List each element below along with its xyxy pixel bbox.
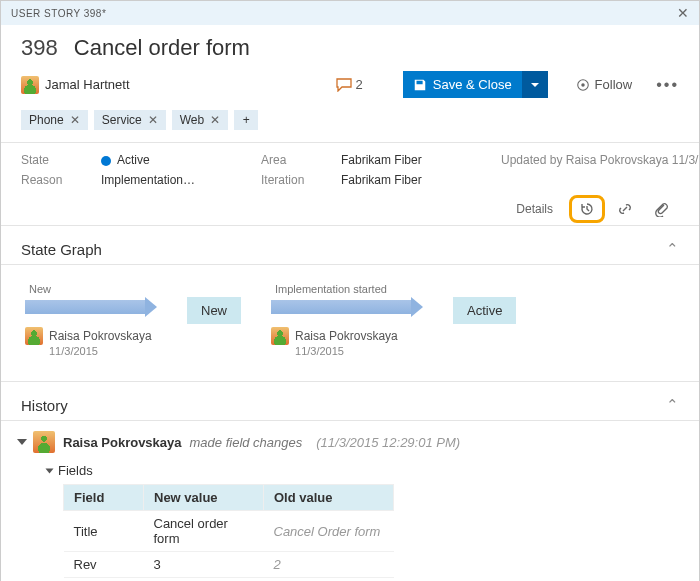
assignee-name: Jamal Hartnett <box>45 77 130 92</box>
reason-label: Reason <box>21 173 91 187</box>
state-graph-header: State Graph ⌃ <box>1 226 699 265</box>
table-row: Title Cancel order form Cancel Order for… <box>64 511 394 552</box>
tab-details[interactable]: Details <box>502 194 567 224</box>
history-user: Raisa Pokrovskaya <box>63 435 182 450</box>
expand-icon[interactable] <box>46 468 54 473</box>
tab-links[interactable] <box>607 195 643 223</box>
meta-row: Jamal Hartnett 2 Save & Close Follow ••• <box>1 67 699 108</box>
comments-count[interactable]: 2 <box>336 77 363 92</box>
transition-date: 11/3/2015 <box>295 345 344 357</box>
table-row: Rev 3 2 <box>64 552 394 578</box>
save-dropdown-button[interactable] <box>522 71 548 98</box>
transition-user: Raisa Pokrovskaya <box>25 327 152 345</box>
col-field: Field <box>64 485 144 511</box>
tab-attachments[interactable] <box>643 195 679 223</box>
svg-point-1 <box>581 83 585 87</box>
link-icon <box>617 201 633 217</box>
save-icon <box>413 78 427 92</box>
remove-tag-icon[interactable]: ✕ <box>148 113 158 127</box>
area-label: Area <box>261 153 331 167</box>
arrow-icon <box>271 297 423 317</box>
comment-icon <box>336 78 352 92</box>
history-fields-table: Field New value Old value Title Cancel o… <box>63 484 394 581</box>
assignee-field[interactable]: Jamal Hartnett <box>21 76 326 94</box>
history-icon <box>579 201 595 217</box>
state-graph-body: New Raisa Pokrovskaya 11/3/2015 New Impl… <box>1 265 699 381</box>
remove-tag-icon[interactable]: ✕ <box>70 113 80 127</box>
close-icon[interactable]: ✕ <box>677 5 690 21</box>
window-header: USER STORY 398* ✕ <box>1 1 699 25</box>
history-timestamp: (11/3/2015 12:29:01 PM) <box>316 435 460 450</box>
add-tag-button[interactable]: + <box>234 110 258 130</box>
history-header: History ⌃ <box>1 381 699 421</box>
follow-button[interactable]: Follow <box>576 77 633 92</box>
arrow-icon <box>25 297 157 317</box>
state-dot-icon <box>101 156 111 166</box>
chevron-down-icon <box>530 80 540 90</box>
save-close-button[interactable]: Save & Close <box>403 71 522 98</box>
tag-phone[interactable]: Phone✕ <box>21 110 88 130</box>
remove-tag-icon[interactable]: ✕ <box>210 113 220 127</box>
table-header-row: Field New value Old value <box>64 485 394 511</box>
transition-label: Implementation started <box>275 283 387 295</box>
history-entry: Raisa Pokrovskaya made field changes (11… <box>19 431 681 453</box>
history-action: made field changes <box>190 435 303 450</box>
state-node-new: New <box>187 297 241 324</box>
state-node-active: Active <box>453 297 516 324</box>
updated-by-text: Updated by Raisa Pokrovskaya 11/3/2015 <box>501 153 700 167</box>
collapse-icon[interactable]: ⌃ <box>666 396 679 414</box>
history-body: Raisa Pokrovskaya made field changes (11… <box>1 421 699 581</box>
state-graph-step-1: New Raisa Pokrovskaya 11/3/2015 <box>25 283 157 357</box>
avatar-icon <box>271 327 289 345</box>
attachment-icon <box>653 201 669 217</box>
tab-history[interactable] <box>569 195 605 223</box>
save-button-group: Save & Close <box>403 71 548 98</box>
iteration-label: Iteration <box>261 173 331 187</box>
state-value[interactable]: Active <box>101 153 251 167</box>
tags-row: Phone✕ Service✕ Web✕ + <box>1 108 699 142</box>
expand-icon[interactable] <box>17 439 27 445</box>
avatar-icon <box>21 76 39 94</box>
transition-date: 11/3/2015 <box>49 345 98 357</box>
fields-grid: State Active Area Fabrikam Fiber Updated… <box>1 143 699 193</box>
reason-value[interactable]: Implementation… <box>101 173 251 187</box>
tag-service[interactable]: Service✕ <box>94 110 166 130</box>
state-label: State <box>21 153 91 167</box>
page-title: 398 Cancel order form <box>1 25 699 67</box>
state-graph-step-2: Implementation started Raisa Pokrovskaya… <box>271 283 423 357</box>
more-actions-button[interactable]: ••• <box>656 76 679 94</box>
col-old: Old value <box>264 485 394 511</box>
tag-web[interactable]: Web✕ <box>172 110 228 130</box>
avatar-icon <box>25 327 43 345</box>
work-item-title: Cancel order form <box>74 35 250 60</box>
transition-label: New <box>29 283 51 295</box>
iteration-value[interactable]: Fabrikam Fiber <box>341 173 491 187</box>
transition-user: Raisa Pokrovskaya <box>271 327 398 345</box>
history-fields-toggle[interactable]: Fields <box>47 463 681 478</box>
breadcrumb: USER STORY 398* <box>11 8 106 19</box>
area-value[interactable]: Fabrikam Fiber <box>341 153 491 167</box>
collapse-icon[interactable]: ⌃ <box>666 240 679 258</box>
col-new: New value <box>144 485 264 511</box>
follow-icon <box>576 78 590 92</box>
table-row: Assigned To Jamal Hartnett <box>64 578 394 582</box>
tabs-row: Details <box>1 193 699 226</box>
work-item-id: 398 <box>21 35 58 60</box>
avatar-icon <box>33 431 55 453</box>
